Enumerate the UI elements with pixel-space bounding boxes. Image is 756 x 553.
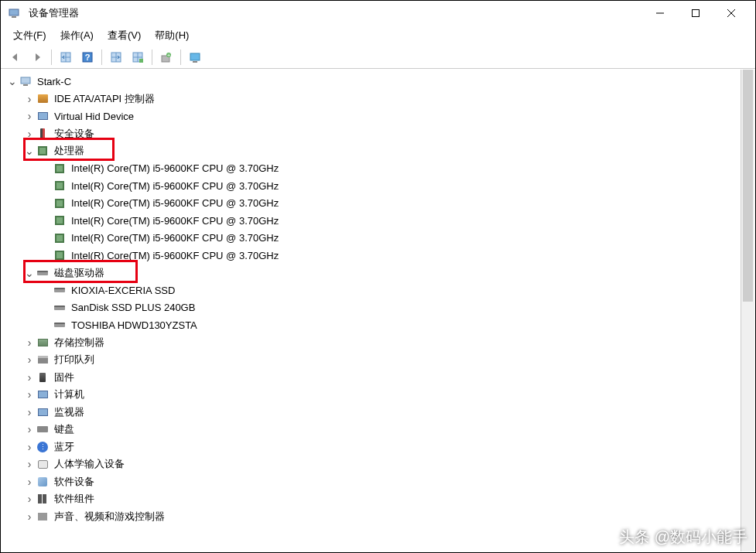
node-label: 软件组件 <box>53 491 96 507</box>
expander-icon[interactable] <box>23 93 36 105</box>
expander-icon[interactable] <box>23 353 36 366</box>
expander-icon[interactable] <box>40 319 53 331</box>
scrollbar-thumb[interactable] <box>743 70 753 302</box>
device-tree[interactable]: Stark-CIDE ATA/ATAPI 控制器Virtual Hid Devi… <box>2 70 741 551</box>
expander-icon[interactable] <box>40 162 53 175</box>
toolbar: ? + <box>1 46 755 69</box>
disk-icon <box>53 302 67 314</box>
tree-node[interactable]: Intel(R) Core(TM) i5-9600KF CPU @ 3.70GH… <box>2 247 741 265</box>
tree-node[interactable]: 键盘 <box>2 421 741 439</box>
tree-node[interactable]: 处理器 <box>2 142 741 160</box>
node-label: TOSHIBA HDWD130YZSTA <box>70 319 199 332</box>
window-title: 设备管理器 <box>29 6 79 20</box>
expander-icon[interactable] <box>23 476 36 488</box>
tree-node[interactable]: 磁盘驱动器 <box>2 265 741 282</box>
node-label: Intel(R) Core(TM) i5-9600KF CPU @ 3.70GH… <box>70 231 280 244</box>
expander-icon[interactable] <box>23 458 36 470</box>
node-label: 存储控制器 <box>53 335 106 350</box>
svg-rect-1 <box>12 16 16 18</box>
add-button[interactable]: + <box>156 48 176 67</box>
expander-icon[interactable] <box>23 110 36 122</box>
expander-icon[interactable] <box>23 371 36 384</box>
svg-rect-17 <box>139 59 143 63</box>
expander-icon[interactable] <box>23 267 36 279</box>
tree-node[interactable]: Intel(R) Core(TM) i5-9600KF CPU @ 3.70GH… <box>2 230 741 247</box>
tree-node[interactable]: 安全设备 <box>2 125 741 143</box>
titlebar: 设备管理器 <box>1 1 755 26</box>
remote-button[interactable] <box>185 48 205 67</box>
expander-icon[interactable] <box>40 197 53 210</box>
cpu-icon <box>53 232 67 244</box>
tree-node[interactable]: Intel(R) Core(TM) i5-9600KF CPU @ 3.70GH… <box>2 160 741 178</box>
expander-icon[interactable] <box>23 493 36 505</box>
expander-icon[interactable] <box>23 128 36 140</box>
expander-icon[interactable] <box>40 249 53 261</box>
tree-node[interactable]: KIOXIA-EXCERIA SSD <box>2 282 741 299</box>
expander-icon[interactable] <box>40 284 53 296</box>
tree-node[interactable]: 人体学输入设备 <box>2 456 741 473</box>
printer-icon <box>36 353 50 366</box>
monitor-icon <box>36 406 50 418</box>
minimize-button[interactable] <box>642 1 678 26</box>
window-controls <box>642 1 749 26</box>
menu-view[interactable]: 查看(V) <box>101 26 147 45</box>
expander-icon[interactable] <box>40 232 53 244</box>
menu-file[interactable]: 文件(F) <box>7 26 53 45</box>
back-button[interactable] <box>5 48 26 67</box>
expander-icon[interactable] <box>40 302 53 314</box>
tree-node[interactable]: 软件组件 <box>2 490 741 508</box>
tree-node[interactable]: TOSHIBA HDWD130YZSTA <box>2 316 741 334</box>
expander-icon[interactable] <box>23 388 36 401</box>
forward-button[interactable] <box>27 48 47 67</box>
expander-icon[interactable] <box>23 510 36 523</box>
svg-rect-22 <box>193 61 197 63</box>
tree-node[interactable]: Intel(R) Core(TM) i5-9600KF CPU @ 3.70GH… <box>2 177 741 195</box>
cpu-icon <box>53 179 67 192</box>
cpu-icon <box>53 214 67 227</box>
tree-node[interactable]: IDE ATA/ATAPI 控制器 <box>2 90 741 108</box>
tree-node[interactable]: Intel(R) Core(TM) i5-9600KF CPU @ 3.70GH… <box>2 212 741 230</box>
maximize-button[interactable] <box>678 1 713 26</box>
node-label: 打印队列 <box>53 352 96 367</box>
menu-action[interactable]: 操作(A) <box>54 26 100 45</box>
expander-icon[interactable] <box>23 336 36 349</box>
node-label: Virtual Hid Device <box>53 110 135 123</box>
expander-icon[interactable] <box>40 214 53 227</box>
tree-node[interactable]: 声音、视频和游戏控制器 <box>2 508 741 526</box>
tree-node[interactable]: ⋮蓝牙 <box>2 439 741 456</box>
expander-icon[interactable] <box>23 145 36 157</box>
tree-node[interactable]: 存储控制器 <box>2 334 741 352</box>
svg-rect-0 <box>9 9 19 15</box>
vertical-scrollbar[interactable] <box>741 70 754 551</box>
tree-node[interactable]: SanDisk SSD PLUS 240GB <box>2 299 741 317</box>
close-button[interactable] <box>713 1 749 26</box>
expander-icon[interactable] <box>23 406 36 418</box>
tree-node[interactable]: Virtual Hid Device <box>2 108 741 125</box>
node-label: Intel(R) Core(TM) i5-9600KF CPU @ 3.70GH… <box>70 179 280 193</box>
expander-icon[interactable] <box>23 441 36 453</box>
tree-node[interactable]: 监视器 <box>2 404 741 422</box>
tree-node[interactable]: 打印队列 <box>2 351 741 369</box>
expander-icon[interactable] <box>40 179 53 192</box>
node-label: Intel(R) Core(TM) i5-9600KF CPU @ 3.70GH… <box>70 214 280 227</box>
hid-icon <box>36 458 50 470</box>
content-area: Stark-CIDE ATA/ATAPI 控制器Virtual Hid Devi… <box>2 70 754 551</box>
show-hidden-button[interactable] <box>56 48 76 67</box>
tree-node[interactable]: 软件设备 <box>2 473 741 491</box>
scan-button[interactable] <box>106 48 126 67</box>
cpu-icon <box>53 249 67 261</box>
tree-node[interactable]: Intel(R) Core(TM) i5-9600KF CPU @ 3.70GH… <box>2 195 741 213</box>
tree-node[interactable]: 固件 <box>2 369 741 387</box>
disk-icon <box>36 267 50 279</box>
node-label: 蓝牙 <box>53 439 76 455</box>
expander-icon[interactable] <box>23 423 36 435</box>
tree-node[interactable]: Stark-C <box>2 73 741 90</box>
menu-help[interactable]: 帮助(H) <box>149 26 195 45</box>
help-button[interactable]: ? <box>77 48 97 67</box>
swc-icon <box>36 493 50 505</box>
node-label: Intel(R) Core(TM) i5-9600KF CPU @ 3.70GH… <box>70 249 280 262</box>
expander-icon[interactable] <box>6 75 19 87</box>
separator <box>51 49 52 65</box>
tree-node[interactable]: 计算机 <box>2 386 741 404</box>
properties-button[interactable] <box>128 48 148 67</box>
